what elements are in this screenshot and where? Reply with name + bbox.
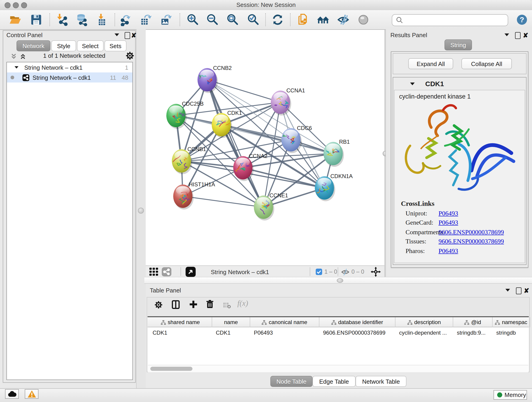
zoom-selected-icon[interactable] [245, 12, 261, 27]
network-node-cdc6[interactable]: CDC6 [281, 125, 312, 153]
network-node-ccnb2[interactable]: CCNB2 [197, 65, 232, 93]
network-node-cdkn1a[interactable]: CDKN1A [315, 173, 353, 201]
zoom-out-icon[interactable] [204, 12, 220, 27]
open-session-icon[interactable] [7, 12, 23, 27]
table-cell[interactable]: CDK1 [149, 328, 212, 337]
open-in-window-icon[interactable] [186, 267, 196, 277]
export-image-icon[interactable] [158, 12, 174, 27]
crosslink-link[interactable]: P06493 [438, 247, 458, 255]
network-from-document-icon[interactable] [295, 12, 311, 27]
add-column-icon[interactable] [189, 300, 197, 310]
delete-column-trash-icon[interactable] [206, 300, 214, 310]
svg-text:?: ? [520, 16, 524, 24]
tab-network-table[interactable]: Network Table [355, 376, 406, 387]
delete-table-icon[interactable] [223, 302, 231, 310]
table-cell[interactable]: stringdb:9... [453, 328, 493, 337]
network-row[interactable]: String Network – cdk1 11 48 [7, 72, 133, 83]
table-cell[interactable]: cyclin-dependent ... [395, 328, 453, 337]
collapse-all-button[interactable]: Collapse All [462, 58, 512, 69]
tab-node-table[interactable]: Node Table [270, 376, 312, 387]
table-panel-menu-caret-icon[interactable] [505, 289, 510, 292]
splitter-handle[interactable] [337, 278, 343, 283]
save-session-icon[interactable] [28, 12, 44, 27]
import-table-icon[interactable] [94, 12, 110, 27]
table-cell[interactable]: CDK1 [212, 328, 250, 337]
network-node-hist1h1a[interactable]: HIST1H1A [173, 181, 215, 210]
show-columns-icon[interactable] [172, 300, 180, 311]
tab-edge-table[interactable]: Edge Table [312, 376, 355, 387]
table-cell[interactable]: stringdb [493, 328, 530, 337]
network-view-title: String Network – cdk1 [211, 267, 269, 277]
control-panel-close-icon[interactable]: ✘ [131, 32, 136, 38]
memory-status-dot-icon [497, 392, 502, 397]
export-network-icon[interactable] [118, 12, 134, 27]
tab-sets[interactable]: Sets [104, 40, 127, 51]
crosslink-link[interactable]: 9606.ENSP00000378699 [438, 229, 504, 236]
results-panel-close-icon[interactable]: ✘ [523, 32, 528, 38]
splitter-handle[interactable] [138, 208, 144, 214]
gene-section-caret-icon[interactable] [410, 83, 415, 85]
control-panel-float-icon[interactable] [125, 32, 130, 39]
crosslink-link[interactable]: P06493 [438, 219, 458, 226]
export-table-icon[interactable] [138, 12, 153, 27]
network-edge[interactable] [207, 80, 264, 207]
hide-selected-eye-icon[interactable] [336, 12, 351, 27]
network-edge[interactable] [183, 196, 264, 207]
column-header-description[interactable]: description [395, 317, 453, 327]
birds-eye-view-icon[interactable] [149, 267, 158, 277]
houses-icon[interactable] [315, 12, 331, 27]
collapse-all-chevron-icon[interactable] [10, 53, 17, 62]
hidden-eye-slash-icon[interactable] [341, 267, 350, 277]
node-label-hist1h1a: HIST1H1A [189, 181, 215, 187]
tab-select[interactable]: Select [77, 40, 104, 51]
network-type-share-icon[interactable] [162, 267, 171, 277]
collection-caret-icon[interactable] [15, 66, 19, 69]
table-cell[interactable]: 9606.ENSP00000378699 [319, 328, 395, 337]
function-builder-icon[interactable]: f(x) [237, 299, 248, 308]
table-hscrollbar-thumb[interactable] [150, 367, 192, 371]
zoom-fit-icon[interactable] [225, 12, 240, 27]
network-view-canvas[interactable]: CCNB2CCNA1CDC25BCDK1CDC6RB1CCNB1CCNA2CDK… [145, 30, 385, 265]
selected-checkbox-icon[interactable] [316, 267, 322, 277]
table-hscrollbar[interactable] [148, 365, 528, 372]
table-panel-float-icon[interactable] [516, 287, 521, 294]
network-share-icon [22, 74, 29, 81]
tab-string[interactable]: String [444, 39, 472, 51]
crosslink-link[interactable]: 9606.ENSP00000378699 [438, 238, 504, 245]
table-panel-close-icon[interactable]: ✘ [524, 288, 529, 294]
column-header-canonical-name[interactable]: canonical name [250, 317, 319, 327]
node-table[interactable]: shared namenamecanonical namedatabase id… [147, 316, 529, 372]
memory-button[interactable]: Memory [494, 390, 527, 400]
tab-network[interactable]: Network [17, 40, 51, 51]
import-network-file-icon[interactable] [55, 12, 70, 27]
column-header-shared-name[interactable]: shared name [149, 317, 212, 327]
network-collection-row[interactable]: String Network – cdk1 1 [7, 62, 133, 72]
tab-style[interactable]: Style [51, 40, 76, 51]
show-selected-eye-icon[interactable] [355, 12, 371, 27]
pan-crosshair-icon[interactable] [371, 267, 381, 277]
column-header-name[interactable]: name [212, 317, 250, 327]
network-node-ccna1[interactable]: CCNA1 [271, 87, 305, 115]
network-edge[interactable] [207, 80, 280, 102]
column-header--id[interactable]: @id [453, 317, 493, 327]
warnings-button[interactable] [25, 389, 38, 399]
expand-all-button[interactable]: Expand All [408, 58, 453, 69]
import-network-database-icon[interactable] [74, 12, 89, 27]
column-header-namespac[interactable]: namespac [493, 317, 530, 327]
table-options-gear-icon[interactable] [154, 301, 163, 311]
column-header-database-identifier[interactable]: database identifier [319, 317, 395, 327]
refresh-icon[interactable] [270, 12, 285, 27]
crosslink-link[interactable]: P06493 [438, 210, 458, 217]
results-panel-float-icon[interactable] [515, 32, 520, 39]
network-node-rb1[interactable]: RB1 [323, 139, 350, 167]
cloud-button[interactable] [5, 389, 19, 399]
expand-all-chevron-icon[interactable] [19, 53, 27, 62]
table-cell[interactable]: P06493 [250, 328, 319, 337]
search-input[interactable] [404, 17, 508, 24]
search-field[interactable] [392, 14, 508, 26]
control-panel-menu-caret-icon[interactable] [114, 33, 119, 36]
zoom-in-icon[interactable] [185, 12, 200, 27]
network-options-gear-icon[interactable] [126, 51, 134, 62]
help-icon[interactable]: ? [514, 12, 530, 27]
results-panel-menu-caret-icon[interactable] [505, 33, 509, 36]
